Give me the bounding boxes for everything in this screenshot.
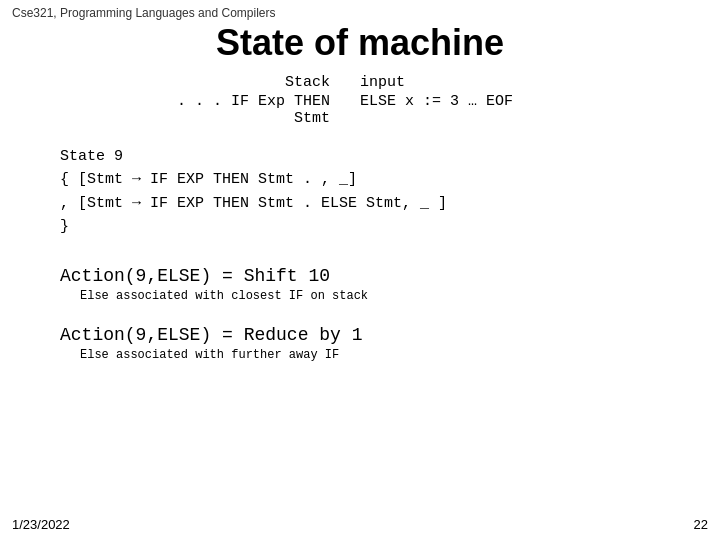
state-line1: State 9 (60, 145, 660, 168)
stack-column-header: Stack (140, 74, 360, 91)
input-data: ELSE x := 3 … EOF (360, 93, 580, 127)
page-title: State of machine (0, 22, 720, 64)
action1-block: Action(9,ELSE) = Shift 10 Else associate… (0, 262, 720, 317)
action1-sub: Else associated with closest IF on stack (60, 289, 660, 303)
stack-data: . . . IF Exp THEN Stmt (140, 93, 360, 127)
action2-sub: Else associated with further away IF (60, 348, 660, 362)
table-header-row: Stack input (140, 74, 580, 91)
table-data-row: . . . IF Exp THEN Stmt ELSE x := 3 … EOF (140, 93, 580, 127)
stack-input-table: Stack input . . . IF Exp THEN Stmt ELSE … (0, 74, 720, 127)
action2-main: Action(9,ELSE) = Reduce by 1 (60, 325, 660, 345)
footer-page: 22 (694, 517, 708, 532)
action2-block: Action(9,ELSE) = Reduce by 1 Else associ… (0, 321, 720, 376)
state-line4: } (60, 215, 660, 238)
course-label: Cse321, Programming Languages and Compil… (0, 0, 720, 20)
footer-date: 1/23/2022 (12, 517, 70, 532)
table-area: Stack input . . . IF Exp THEN Stmt ELSE … (140, 74, 580, 127)
input-column-header: input (360, 74, 580, 91)
state-line3: , [Stmt → IF EXP THEN Stmt . ELSE Stmt, … (60, 192, 660, 215)
state-line2: { [Stmt → IF EXP THEN Stmt . , _] (60, 168, 660, 191)
state-section: State 9 { [Stmt → IF EXP THEN Stmt . , _… (0, 135, 720, 248)
action1-main: Action(9,ELSE) = Shift 10 (60, 266, 660, 286)
